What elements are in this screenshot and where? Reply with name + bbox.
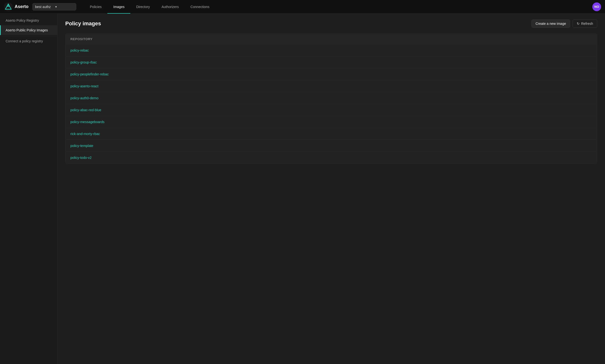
repo-link[interactable]: policy-abac-red-blue <box>70 108 101 112</box>
nav-tabs: Policies Images Directory Authorizers Co… <box>84 0 589 14</box>
table-row[interactable]: policy-auth0-demo <box>66 92 597 104</box>
page-title: Policy images <box>65 20 101 27</box>
table-row[interactable]: policy-todo-v2 <box>66 152 597 164</box>
repo-link[interactable]: policy-aserto-react <box>70 84 98 88</box>
repo-link[interactable]: policy-rebac <box>70 48 89 52</box>
sidebar-item-aserto-public-policy-images[interactable]: Aserto Public Policy Images <box>0 25 57 35</box>
tab-policies[interactable]: Policies <box>84 0 107 14</box>
table-row[interactable]: rick-and-morty-rbac <box>66 128 597 140</box>
table-row[interactable]: policy-group-rbac <box>66 56 597 68</box>
header-actions: Create a new image ↻ Refresh <box>531 19 597 28</box>
repo-link[interactable]: policy-auth0-demo <box>70 96 98 100</box>
table-row[interactable]: policy-abac-red-blue <box>66 104 597 116</box>
repo-link[interactable]: policy-template <box>70 144 93 148</box>
table-row[interactable]: policy-aserto-react <box>66 80 597 92</box>
sidebar: Aserto Policy Registry Aserto Public Pol… <box>0 14 57 364</box>
tenant-selector[interactable]: best authz ▾ <box>32 3 76 11</box>
sidebar-item-connect-policy-registry[interactable]: Connect a policy registry <box>0 36 57 46</box>
tab-images[interactable]: Images <box>107 0 130 14</box>
tab-directory[interactable]: Directory <box>130 0 156 14</box>
repository-table: Repository policy-rebac policy-group-rba… <box>65 34 597 164</box>
repo-link[interactable]: rick-and-morty-rbac <box>70 132 100 136</box>
repo-link[interactable]: policy-peoplefinder-rebac <box>70 72 109 76</box>
page-container: Aserto Policy Registry Aserto Public Pol… <box>0 14 605 364</box>
navbar: Aserto best authz ▾ Policies Images Dire… <box>0 0 605 14</box>
table-row[interactable]: policy-messageboards <box>66 116 597 128</box>
create-new-image-button[interactable]: Create a new image <box>531 19 570 28</box>
logo-link[interactable]: Aserto <box>4 2 28 11</box>
main-content: Policy images Create a new image ↻ Refre… <box>57 14 605 364</box>
refresh-icon: ↻ <box>577 22 580 26</box>
table-row[interactable]: policy-rebac <box>66 45 597 56</box>
aserto-logo-icon <box>4 2 13 11</box>
tab-authorizers[interactable]: Authorizers <box>156 0 185 14</box>
refresh-label: Refresh <box>581 22 593 26</box>
tab-connections[interactable]: Connections <box>185 0 215 14</box>
avatar[interactable]: NO <box>592 2 601 11</box>
table-row[interactable]: policy-template <box>66 140 597 152</box>
repo-link[interactable]: policy-group-rbac <box>70 60 97 64</box>
chevron-down-icon: ▾ <box>55 5 74 9</box>
table-row[interactable]: policy-peoplefinder-rebac <box>66 68 597 80</box>
table-column-header: Repository <box>66 34 597 45</box>
refresh-button[interactable]: ↻ Refresh <box>573 19 597 28</box>
sidebar-item-aserto-policy-registry[interactable]: Aserto Policy Registry <box>0 15 57 25</box>
repo-link[interactable]: policy-messageboards <box>70 120 105 124</box>
brand-name: Aserto <box>15 4 28 9</box>
page-header: Policy images Create a new image ↻ Refre… <box>65 19 597 28</box>
repo-link[interactable]: policy-todo-v2 <box>70 156 92 160</box>
tenant-name: best authz <box>35 5 53 9</box>
